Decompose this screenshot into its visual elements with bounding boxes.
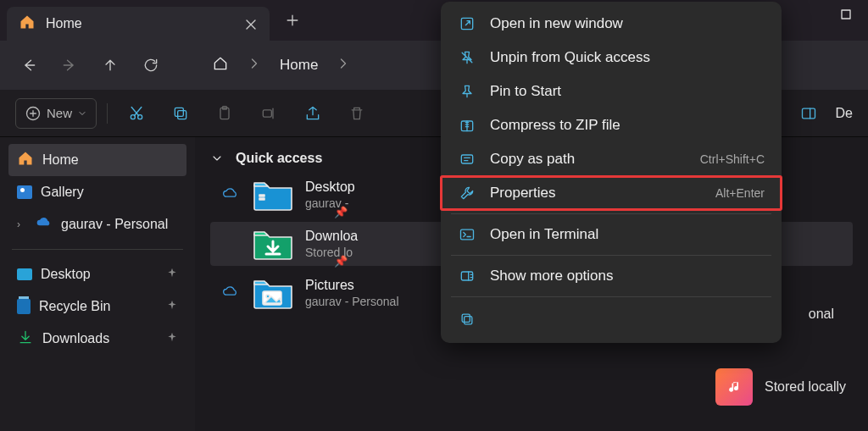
svg-rect-5 <box>175 108 183 116</box>
chevron-right-icon <box>335 55 352 75</box>
rename-button[interactable] <box>250 98 287 129</box>
copy-button[interactable] <box>162 98 199 129</box>
sidebar-item-desktop[interactable]: Desktop <box>8 258 186 290</box>
ctx-show-more-options[interactable]: Show more options <box>441 259 782 293</box>
share-button[interactable] <box>294 98 331 129</box>
new-tab-button[interactable] <box>276 4 309 36</box>
onedrive-icon <box>36 214 53 235</box>
ctx-unpin-quick-access[interactable]: Unpin from Quick access <box>441 41 782 75</box>
pin-icon <box>458 82 476 101</box>
pin-icon: 📌 <box>334 255 348 268</box>
sidebar-item-recyclebin[interactable]: Recycle Bin <box>8 290 186 323</box>
pin-icon <box>166 331 178 346</box>
download-icon <box>17 329 34 349</box>
unpin-icon <box>458 48 476 67</box>
music-icon <box>715 368 753 406</box>
ctx-open-new-window[interactable]: Open in new window <box>441 7 782 41</box>
cut-button[interactable] <box>118 98 155 129</box>
sidebar: Home Gallery › gaurav - Personal Desktop… <box>0 137 195 431</box>
chevron-down-icon <box>210 152 224 165</box>
ctx-copy-path[interactable]: Copy as path Ctrl+Shift+C <box>441 142 782 176</box>
pin-icon <box>166 299 178 314</box>
recycle-bin-icon <box>17 299 31 314</box>
zip-icon <box>458 116 476 135</box>
new-button-label: New <box>47 106 72 120</box>
svg-point-13 <box>266 295 270 298</box>
refresh-button[interactable] <box>141 55 161 75</box>
copy-path-icon <box>458 150 476 169</box>
ctx-properties[interactable]: Properties Alt+Enter <box>441 176 782 210</box>
sidebar-item-onedrive[interactable]: › gaurav - Personal <box>8 208 186 240</box>
folder-icon <box>253 227 293 261</box>
copy-icon <box>458 310 476 329</box>
ctx-label: Open in new window <box>490 15 623 32</box>
cloud-icon <box>222 283 241 304</box>
details-pane-button[interactable] <box>790 98 827 129</box>
desktop-icon <box>17 268 32 280</box>
svg-rect-17 <box>461 229 474 240</box>
breadcrumb[interactable]: Home <box>212 55 352 75</box>
tab-home[interactable]: Home <box>7 7 270 41</box>
pin-icon: 📌 <box>334 206 348 218</box>
maximize-button[interactable] <box>829 2 863 27</box>
ctx-label: Properties <box>490 185 555 202</box>
ctx-label: Pin to Start <box>490 83 561 100</box>
item-sub: Stored locally <box>765 379 846 395</box>
breadcrumb-location[interactable]: Home <box>280 57 318 74</box>
home-icon <box>17 150 34 170</box>
ctx-label: Show more options <box>490 268 614 285</box>
home-icon <box>19 14 36 34</box>
separator <box>107 103 108 124</box>
item-sub: gaurav - Personal <box>305 295 399 308</box>
sidebar-item-home[interactable]: Home <box>8 144 186 176</box>
paste-button[interactable] <box>206 98 243 129</box>
ctx-open-terminal[interactable]: Open in Terminal <box>441 218 782 251</box>
sidebar-item-downloads[interactable]: Downloads <box>8 323 186 355</box>
ctx-shortcut: Alt+Enter <box>715 186 765 200</box>
open-window-icon <box>458 14 476 33</box>
ctx-compress-zip[interactable]: Compress to ZIP file <box>441 108 782 142</box>
ctx-label: Compress to ZIP file <box>490 117 620 134</box>
ctx-pin-to-start[interactable]: Pin to Start <box>441 75 782 108</box>
delete-button[interactable] <box>338 98 376 129</box>
sidebar-item-label: gaurav - Personal <box>61 217 168 232</box>
partial-label: onal <box>809 307 834 322</box>
pin-icon <box>166 267 178 282</box>
chevron-right-icon[interactable]: › <box>17 218 27 230</box>
svg-rect-8 <box>263 109 271 116</box>
ctx-shortcut: Ctrl+Shift+C <box>700 152 765 166</box>
ctx-label: Unpin from Quick access <box>490 49 650 66</box>
separator <box>451 296 771 297</box>
ctx-label: Copy as path <box>490 151 575 168</box>
item-name: Pictures <box>305 278 399 293</box>
context-menu: Open in new window Unpin from Quick acce… <box>441 2 782 343</box>
ctx-copy-row[interactable] <box>441 301 782 338</box>
separator <box>451 213 771 214</box>
sidebar-item-gallery[interactable]: Gallery <box>8 176 186 208</box>
cloud-icon <box>222 185 241 206</box>
svg-rect-0 <box>842 10 850 19</box>
gallery-icon <box>17 185 32 199</box>
separator <box>12 249 183 250</box>
home-icon <box>212 55 229 75</box>
close-icon[interactable] <box>242 16 258 31</box>
quick-access-item-music[interactable]: Stored locally <box>715 368 846 406</box>
folder-icon <box>253 276 293 310</box>
up-button[interactable] <box>100 55 120 75</box>
svg-rect-4 <box>178 110 186 119</box>
forward-button[interactable] <box>59 55 80 75</box>
more-options-icon <box>458 267 476 285</box>
svg-rect-20 <box>462 314 470 322</box>
sidebar-item-label: Downloads <box>42 331 109 346</box>
new-button[interactable]: New <box>15 98 97 129</box>
details-label: De <box>836 106 853 121</box>
svg-rect-10 <box>259 195 264 196</box>
item-sub: Stored lo <box>305 246 358 259</box>
item-name: Desktop <box>305 180 355 195</box>
sidebar-item-label: Recycle Bin <box>39 299 110 314</box>
back-button[interactable] <box>19 55 39 75</box>
wrench-icon <box>458 184 476 202</box>
section-title: Quick access <box>236 151 322 166</box>
svg-rect-11 <box>259 198 264 200</box>
terminal-icon <box>458 225 476 244</box>
